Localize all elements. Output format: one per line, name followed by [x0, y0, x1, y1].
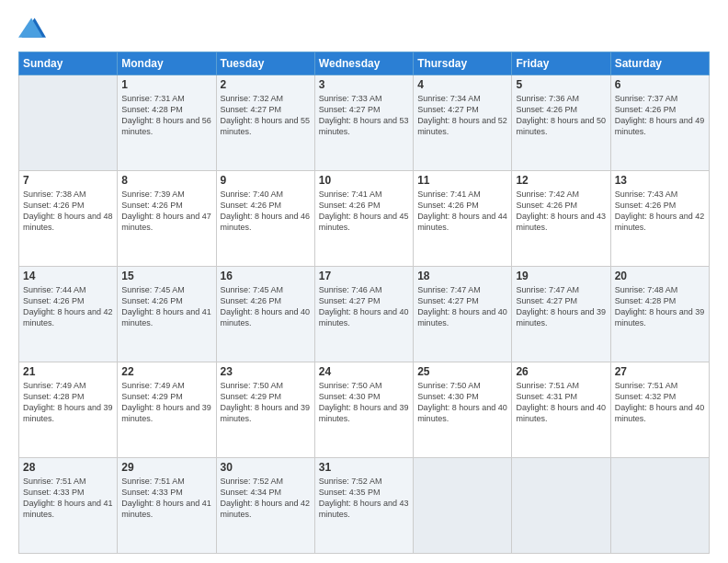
sunrise-label: Sunrise: 7:47 AM: [516, 285, 579, 294]
sunrise-label: Sunrise: 7:31 AM: [121, 94, 185, 103]
sunset-label: Sunset: 4:26 PM: [121, 296, 183, 305]
day-info: Sunrise: 7:42 AMSunset: 4:26 PMDaylight:…: [516, 189, 606, 234]
sunset-label: Sunset: 4:26 PM: [221, 296, 282, 305]
calendar-cell: 9Sunrise: 7:40 AMSunset: 4:26 PMDaylight…: [216, 171, 314, 267]
daylight-label: Daylight: 8 hours and 40 minutes.: [417, 403, 507, 423]
daylight-label: Daylight: 8 hours and 39 minutes.: [319, 403, 409, 423]
sunset-label: Sunset: 4:34 PM: [221, 488, 282, 497]
calendar-cell: [19, 75, 118, 171]
day-number: 14: [23, 270, 113, 282]
day-info: Sunrise: 7:37 AMSunset: 4:26 PMDaylight:…: [615, 93, 705, 138]
day-number: 7: [23, 174, 113, 187]
day-info: Sunrise: 7:52 AMSunset: 4:34 PMDaylight:…: [221, 476, 311, 521]
calendar-cell: 24Sunrise: 7:50 AMSunset: 4:30 PMDayligh…: [314, 362, 413, 458]
sunset-label: Sunset: 4:35 PM: [319, 488, 381, 497]
sunrise-label: Sunrise: 7:41 AM: [319, 190, 382, 199]
sunset-label: Sunset: 4:29 PM: [121, 392, 183, 401]
day-number: 10: [319, 174, 409, 187]
sunrise-label: Sunrise: 7:44 AM: [23, 285, 86, 294]
calendar-cell: 13Sunrise: 7:43 AMSunset: 4:26 PMDayligh…: [610, 171, 709, 267]
weekday-header-sunday: Sunday: [19, 52, 118, 75]
sunrise-label: Sunrise: 7:51 AM: [121, 477, 185, 486]
sunrise-label: Sunrise: 7:52 AM: [221, 477, 284, 486]
calendar-cell: 14Sunrise: 7:44 AMSunset: 4:26 PMDayligh…: [19, 267, 118, 362]
calendar-cell: 3Sunrise: 7:33 AMSunset: 4:27 PMDaylight…: [314, 75, 413, 171]
day-number: 6: [615, 78, 705, 91]
calendar-cell: [610, 458, 709, 554]
calendar-cell: 21Sunrise: 7:49 AMSunset: 4:28 PMDayligh…: [19, 362, 118, 458]
day-info: Sunrise: 7:49 AMSunset: 4:28 PMDaylight:…: [23, 380, 113, 425]
sunset-label: Sunset: 4:27 PM: [221, 105, 282, 114]
day-number: 17: [319, 270, 409, 282]
calendar-cell: 27Sunrise: 7:51 AMSunset: 4:32 PMDayligh…: [610, 362, 709, 458]
calendar-cell: 1Sunrise: 7:31 AMSunset: 4:28 PMDaylight…: [118, 75, 216, 171]
daylight-label: Daylight: 8 hours and 41 minutes.: [121, 499, 211, 519]
logo: [18, 15, 50, 42]
weekday-header-friday: Friday: [512, 52, 610, 75]
sunrise-label: Sunrise: 7:51 AM: [516, 381, 579, 390]
sunrise-label: Sunrise: 7:48 AM: [615, 285, 678, 294]
day-info: Sunrise: 7:43 AMSunset: 4:26 PMDaylight:…: [615, 189, 705, 234]
daylight-label: Daylight: 8 hours and 43 minutes.: [516, 212, 606, 232]
calendar-cell: [512, 458, 610, 554]
day-number: 12: [516, 174, 606, 187]
calendar-cell: 22Sunrise: 7:49 AMSunset: 4:29 PMDayligh…: [118, 362, 216, 458]
day-info: Sunrise: 7:45 AMSunset: 4:26 PMDaylight:…: [121, 284, 211, 329]
day-number: 11: [417, 174, 507, 187]
sunrise-label: Sunrise: 7:38 AM: [23, 190, 86, 199]
sunrise-label: Sunrise: 7:52 AM: [319, 477, 382, 486]
sunset-label: Sunset: 4:27 PM: [417, 105, 479, 114]
calendar-cell: 10Sunrise: 7:41 AMSunset: 4:26 PMDayligh…: [314, 171, 413, 267]
calendar-cell: 4Sunrise: 7:34 AMSunset: 4:27 PMDaylight…: [414, 75, 512, 171]
sunrise-label: Sunrise: 7:45 AM: [121, 285, 185, 294]
sunset-label: Sunset: 4:26 PM: [417, 201, 479, 210]
calendar-cell: 8Sunrise: 7:39 AMSunset: 4:26 PMDaylight…: [118, 171, 216, 267]
calendar-cell: 17Sunrise: 7:46 AMSunset: 4:27 PMDayligh…: [314, 267, 413, 362]
day-info: Sunrise: 7:50 AMSunset: 4:29 PMDaylight:…: [221, 380, 311, 425]
daylight-label: Daylight: 8 hours and 46 minutes.: [221, 212, 311, 232]
sunset-label: Sunset: 4:26 PM: [319, 201, 381, 210]
day-info: Sunrise: 7:38 AMSunset: 4:26 PMDaylight:…: [23, 189, 113, 234]
week-row-4: 21Sunrise: 7:49 AMSunset: 4:28 PMDayligh…: [19, 362, 710, 458]
daylight-label: Daylight: 8 hours and 53 minutes.: [319, 116, 409, 136]
daylight-label: Daylight: 8 hours and 40 minutes.: [516, 403, 606, 423]
calendar-cell: 5Sunrise: 7:36 AMSunset: 4:26 PMDaylight…: [512, 75, 610, 171]
sunset-label: Sunset: 4:30 PM: [417, 392, 479, 401]
week-row-2: 7Sunrise: 7:38 AMSunset: 4:26 PMDaylight…: [19, 171, 710, 267]
day-info: Sunrise: 7:51 AMSunset: 4:33 PMDaylight:…: [23, 476, 113, 521]
week-row-5: 28Sunrise: 7:51 AMSunset: 4:33 PMDayligh…: [19, 458, 710, 554]
sunrise-label: Sunrise: 7:37 AM: [615, 94, 678, 103]
calendar-cell: 6Sunrise: 7:37 AMSunset: 4:26 PMDaylight…: [610, 75, 709, 171]
day-info: Sunrise: 7:46 AMSunset: 4:27 PMDaylight:…: [319, 284, 409, 329]
daylight-label: Daylight: 8 hours and 39 minutes.: [221, 403, 311, 423]
sunrise-label: Sunrise: 7:32 AM: [221, 94, 284, 103]
calendar-cell: 31Sunrise: 7:52 AMSunset: 4:35 PMDayligh…: [314, 458, 413, 554]
sunrise-label: Sunrise: 7:49 AM: [23, 381, 86, 390]
day-info: Sunrise: 7:34 AMSunset: 4:27 PMDaylight:…: [417, 93, 507, 138]
daylight-label: Daylight: 8 hours and 41 minutes.: [121, 307, 211, 327]
day-number: 25: [417, 365, 507, 378]
daylight-label: Daylight: 8 hours and 40 minutes.: [221, 307, 311, 327]
sunset-label: Sunset: 4:28 PM: [615, 296, 677, 305]
day-number: 19: [516, 270, 606, 282]
daylight-label: Daylight: 8 hours and 39 minutes.: [615, 307, 705, 327]
sunrise-label: Sunrise: 7:43 AM: [615, 190, 678, 199]
calendar-cell: 12Sunrise: 7:42 AMSunset: 4:26 PMDayligh…: [512, 171, 610, 267]
day-number: 15: [121, 270, 211, 282]
day-number: 2: [221, 78, 311, 91]
sunset-label: Sunset: 4:28 PM: [121, 105, 183, 114]
calendar-cell: 7Sunrise: 7:38 AMSunset: 4:26 PMDaylight…: [19, 171, 118, 267]
daylight-label: Daylight: 8 hours and 39 minutes.: [23, 403, 113, 423]
sunrise-label: Sunrise: 7:39 AM: [121, 190, 185, 199]
weekday-header-row: SundayMondayTuesdayWednesdayThursdayFrid…: [19, 52, 710, 75]
day-info: Sunrise: 7:39 AMSunset: 4:26 PMDaylight:…: [121, 189, 211, 234]
day-number: 13: [615, 174, 705, 187]
day-number: 5: [516, 78, 606, 91]
sunset-label: Sunset: 4:33 PM: [121, 488, 183, 497]
day-number: 27: [615, 365, 705, 378]
logo-icon: [18, 15, 46, 42]
day-info: Sunrise: 7:51 AMSunset: 4:33 PMDaylight:…: [121, 476, 211, 521]
daylight-label: Daylight: 8 hours and 39 minutes.: [121, 403, 211, 423]
sunset-label: Sunset: 4:26 PM: [516, 105, 577, 114]
sunrise-label: Sunrise: 7:50 AM: [319, 381, 382, 390]
